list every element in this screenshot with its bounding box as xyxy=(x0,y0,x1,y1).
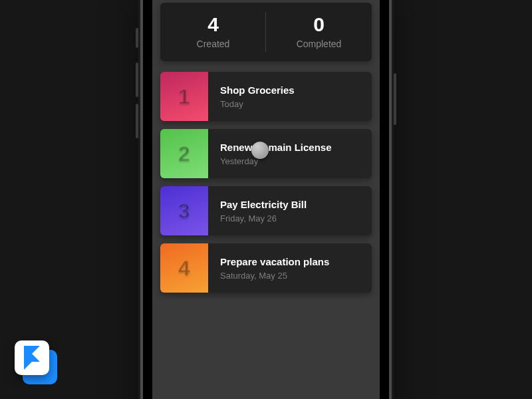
task-title: Shop Groceries xyxy=(220,84,360,97)
task-info: Pay Electricity BillFriday, May 26 xyxy=(208,186,372,235)
framer-glyph-icon xyxy=(24,346,40,370)
touch-cursor-icon xyxy=(251,142,269,159)
task-title: Pay Electricity Bill xyxy=(220,198,360,211)
stats-bar: 4 Created 0 Completed xyxy=(160,3,372,61)
task-date: Friday, May 26 xyxy=(220,213,360,223)
framer-logo xyxy=(15,340,59,384)
task-date: Today xyxy=(220,99,360,109)
power-button xyxy=(394,73,396,125)
task-info: Renew Domain LicenseYesterday xyxy=(208,129,372,178)
task-number: 3 xyxy=(178,199,190,223)
stat-created[interactable]: 4 Created xyxy=(160,3,266,61)
phone-screen: 4 Created 0 Completed 1Shop GroceriesTod… xyxy=(152,0,380,399)
task-number: 2 xyxy=(178,142,190,166)
task-list: 1Shop GroceriesToday2Renew Domain Licens… xyxy=(160,72,372,293)
task-info: Shop GroceriesToday xyxy=(208,72,372,121)
task-date: Yesterday xyxy=(220,156,360,166)
stat-completed[interactable]: 0 Completed xyxy=(266,3,372,61)
stat-created-label: Created xyxy=(197,39,230,49)
volume-up-button xyxy=(136,63,138,97)
app-content: 4 Created 0 Completed 1Shop GroceriesTod… xyxy=(152,3,380,399)
framer-logo-front-tile xyxy=(15,340,49,375)
stat-completed-value: 0 xyxy=(313,15,325,35)
task-info: Prepare vacation plansSaturday, May 25 xyxy=(208,243,372,293)
phone-frame: 4 Created 0 Completed 1Shop GroceriesTod… xyxy=(143,0,389,399)
task-number-badge: 4 xyxy=(160,243,208,293)
stat-completed-label: Completed xyxy=(297,39,342,49)
task-date: Saturday, May 25 xyxy=(220,271,360,281)
stat-created-value: 4 xyxy=(207,15,219,35)
task-row[interactable]: 1Shop GroceriesToday xyxy=(160,72,372,121)
volume-down-button xyxy=(136,104,138,138)
mute-switch xyxy=(136,28,138,48)
task-number-badge: 2 xyxy=(160,129,208,178)
task-title: Renew Domain License xyxy=(220,141,360,154)
task-row[interactable]: 3Pay Electricity BillFriday, May 26 xyxy=(160,186,372,235)
task-number-badge: 1 xyxy=(160,72,208,121)
task-number-badge: 3 xyxy=(160,186,208,235)
task-row[interactable]: 4Prepare vacation plansSaturday, May 25 xyxy=(160,243,372,293)
task-title: Prepare vacation plans xyxy=(220,255,360,269)
task-number: 4 xyxy=(178,256,190,281)
task-number: 1 xyxy=(178,84,190,109)
